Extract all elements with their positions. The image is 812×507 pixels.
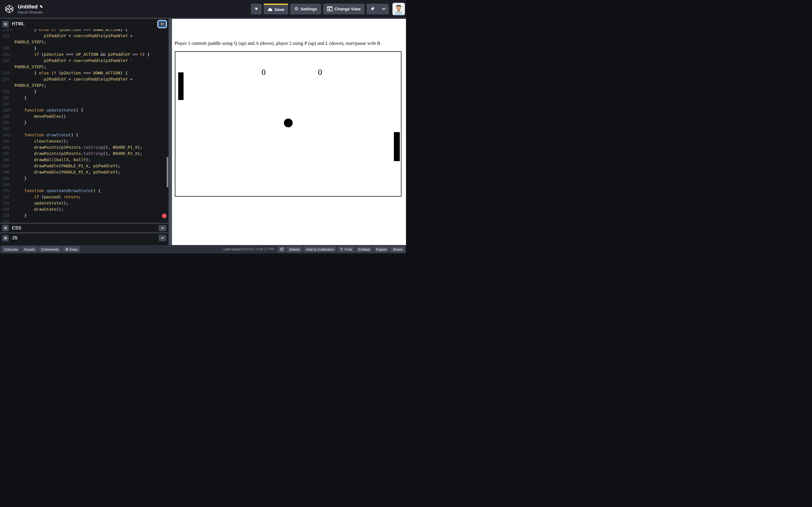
code-line-wrap: PADDLE_STEP); [0,39,168,45]
code-line-156: 156 [0,219,168,223]
html-panel-title: HTML [12,21,25,26]
fork-button[interactable]: Fork [338,246,355,252]
js-panel-title: JS [12,235,17,240]
external-link-icon [280,247,283,251]
view-layout-icon [327,6,333,11]
css-panel-header: ⚙ CSS [0,223,168,232]
p1-paddle [178,72,184,100]
code-line-138: 138▾ function updateState() { [0,107,168,113]
add-to-collection-button[interactable]: Add to Collection [303,246,336,252]
js-panel-header: ⚙ JS [0,232,168,243]
code-line-144: 144 drawPoints(p1Points.toString(), BOAR… [0,144,168,151]
css-panel-title: CSS [12,226,21,231]
code-line-131: 131▾ if (p2Action === UP_ACTION && p2Pad… [0,51,168,57]
top-header: Untitled ✎ Marcin Moskała ♥ Save ⚙ Setti… [0,0,406,18]
js-settings-gear-button[interactable]: ⚙ [2,235,9,241]
chevron-down-icon [161,23,164,25]
game-instructions: Player 1 controls paddle using Q (up) an… [174,41,380,46]
gear-icon: ⚙ [4,22,7,26]
chevron-down-icon [382,8,386,10]
pin-dropdown-button[interactable] [378,4,389,14]
pong-game-canvas: 0 0 [175,51,402,196]
code-line-151: 151▾ function updateAndDrawState() { [0,187,168,194]
open-in-new-window-button[interactable] [278,246,286,252]
heart-icon: ♥ [255,6,258,12]
code-line-128: 128▾ } else if (p1Action === DOWN_ACTION… [0,29,168,33]
code-lines: 128▾ } else if (p1Action === DOWN_ACTION… [0,29,168,223]
keys-button[interactable]: ⌘ Keys [63,246,81,252]
code-line-146: 146 drawBall(ballX, ballY); [0,157,168,163]
code-line-132: 132 p2PaddleY = coercePaddle(p2PaddleY - [0,57,168,64]
html-panel-header: ⚙ HTML [0,19,168,29]
code-line-150: 150 [0,181,168,187]
like-button[interactable]: ♥ [251,4,262,14]
cloud-icon [267,8,272,11]
code-line-135: 135 } [0,89,168,95]
gear-icon: ⚙ [4,226,7,230]
css-settings-gear-button[interactable]: ⚙ [2,225,9,231]
html-collapse-button[interactable] [158,20,166,27]
code-line-152: 152 if (paused) return; [0,194,168,200]
code-line-136: 136 } [0,95,168,101]
chevron-down-icon [161,227,164,229]
code-line-wrap: PADDLE_STEP); [0,82,168,89]
pen-author[interactable]: Marcin Moskała [18,10,43,14]
comments-button[interactable]: Comments [39,246,61,252]
share-button[interactable]: Share [390,246,405,252]
error-badge[interactable]: ! [162,214,167,218]
code-line-129: 129 p1PaddleY = coercePaddle(p1PaddleY + [0,33,168,39]
settings-button[interactable]: ⚙ Settings [290,4,321,14]
pushpin-icon [370,6,375,11]
assets-button[interactable]: Assets [21,246,38,252]
export-button[interactable]: Export [373,246,389,252]
footer-bar: Console Assets Comments ⌘ Keys Last save… [0,245,406,253]
code-line-147: 147 drawPaddle(PADDLE_P1_X, p1PaddleY); [0,163,168,169]
css-collapse-button[interactable] [159,225,166,231]
code-line-141: 141 [0,126,168,132]
fork-icon [340,247,343,251]
code-line-130: 130 } [0,45,168,51]
p2-paddle [394,132,400,161]
user-avatar[interactable] [393,3,405,15]
avatar-photo [393,3,405,15]
code-line-139: 139 movePaddles() [0,113,168,119]
editor-column: ⚙ HTML 128▾ } else if (p1Action === DOWN… [0,19,168,245]
embed-button[interactable]: Embed [356,246,372,252]
code-line-137: 137 [0,101,168,107]
code-line-142: 142▾ function drawState() { [0,132,168,138]
js-collapse-button[interactable] [159,235,166,241]
editor-preview-resizer[interactable] [168,19,172,245]
pin-button[interactable] [366,4,378,14]
delete-button[interactable]: Delete [287,246,303,252]
game-ball [284,119,293,127]
console-button[interactable]: Console [2,246,20,252]
last-saved-status: Last saved 6/3/2021 4:06:27 PM [223,247,274,251]
header-actions: ♥ Save ⚙ Settings Change View [251,3,406,15]
code-line-143: 143 clearCanvas(); [0,138,168,144]
code-line-149: 149 } [0,175,168,181]
html-settings-gear-button[interactable]: ⚙ [2,21,9,27]
code-line-155: 155 } [0,212,168,219]
gear-icon: ⚙ [294,6,298,12]
pin-split-button [366,4,389,14]
result-preview: Player 1 controls paddle using Q (up) an… [172,19,406,245]
change-view-button[interactable]: Change View [323,4,364,14]
code-line-140: 140 } [0,119,168,126]
code-line-153: 153 updateState(); [0,200,168,206]
editor-scrollbar[interactable] [167,157,168,187]
html-code-editor[interactable]: 128▾ } else if (p1Action === DOWN_ACTION… [0,29,168,223]
codepen-logo-icon[interactable] [5,4,14,13]
chevron-down-icon [161,237,164,239]
code-line-133: 133▾ } else if (p2Action === DOWN_ACTION… [0,70,168,76]
pen-title-block: Untitled ✎ Marcin Moskała [18,4,43,14]
code-line-148: 148 drawPaddle(PADDLE_P2_X, p2PaddleY); [0,169,168,175]
edit-title-icon[interactable]: ✎ [40,4,43,10]
code-line-134: 134 p2PaddleY = coercePaddle(p2PaddleY + [0,76,168,82]
p2-score: 0 [318,68,322,77]
save-button[interactable]: Save [264,4,288,14]
codepen-editor-app: Untitled ✎ Marcin Moskała ♥ Save ⚙ Setti… [0,0,406,253]
code-line-wrap: PADDLE_STEP); [0,64,168,70]
code-line-145: 145 drawPoints(p2Points.toString(), BOAR… [0,151,168,157]
p1-score: 0 [262,68,266,77]
gear-icon: ⚙ [4,236,7,240]
